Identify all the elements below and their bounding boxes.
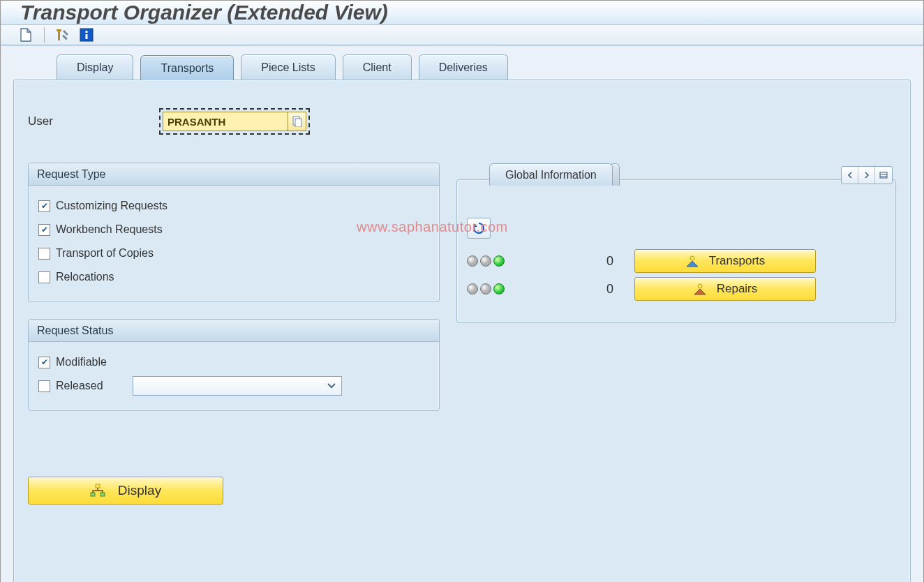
checkbox-label: Relocations xyxy=(56,271,114,283)
tab-label: Transports xyxy=(161,62,214,75)
person-icon xyxy=(693,283,707,295)
global-info-panel: Global Information xyxy=(456,179,896,323)
traffic-light xyxy=(467,255,523,267)
pager-list-button[interactable] xyxy=(875,167,892,184)
user-input[interactable] xyxy=(163,112,288,131)
groupbox-title: Request Type xyxy=(29,163,439,186)
display-button[interactable]: Display xyxy=(28,477,223,505)
tab-pager xyxy=(841,166,893,184)
check-row: Transport of Copies xyxy=(38,241,429,265)
main-tabstrip: Display Transports Piece Lists Client De… xyxy=(57,54,508,80)
new-document-button[interactable] xyxy=(16,25,36,45)
app-window: Transport Organizer (Extended View) xyxy=(0,0,924,582)
checkbox-workbench-requests[interactable]: ✔ xyxy=(38,224,50,236)
light-green-icon xyxy=(493,255,505,267)
svg-rect-1 xyxy=(57,29,61,31)
tab-label: Global Information xyxy=(505,169,597,181)
transports-count: 0 xyxy=(523,254,634,269)
chevron-down-icon xyxy=(327,383,336,389)
light-grey-icon xyxy=(467,255,478,267)
light-grey-icon xyxy=(467,283,478,294)
svg-rect-11 xyxy=(880,172,887,178)
refresh-icon xyxy=(472,221,486,235)
checkbox-modifiable[interactable]: ✔ xyxy=(38,357,50,368)
checkbox-label: Released xyxy=(56,380,103,392)
svg-rect-4 xyxy=(86,31,88,33)
columns: Request Type ✔ Customizing Requests ✔ Wo… xyxy=(28,163,896,505)
chevron-right-icon xyxy=(864,172,870,179)
new-document-icon xyxy=(20,28,32,42)
list-icon xyxy=(879,172,888,179)
title-bar: Transport Organizer (Extended View) xyxy=(1,1,923,25)
svg-rect-7 xyxy=(295,119,301,127)
status-row-transports: 0 Transports xyxy=(467,247,886,275)
left-column: Request Type ✔ Customizing Requests ✔ Wo… xyxy=(28,163,440,505)
check-row: ✔ Customizing Requests xyxy=(38,194,429,218)
display-button-label: Display xyxy=(118,483,161,498)
tab-transports[interactable]: Transports xyxy=(140,55,234,80)
user-f4-button[interactable] xyxy=(288,112,306,131)
tab-piece-lists[interactable]: Piece Lists xyxy=(241,54,335,80)
global-info-tabstrip: Global Information xyxy=(489,163,620,186)
svg-point-14 xyxy=(690,256,694,260)
main-area: www.saphanatutor.com Display Transports … xyxy=(1,45,923,582)
info-icon xyxy=(80,28,94,42)
check-row: Relocations xyxy=(38,265,429,289)
tools-icon xyxy=(56,28,70,42)
user-field-wrap xyxy=(159,108,310,135)
light-grey-icon xyxy=(480,255,491,267)
button-label: Transports xyxy=(709,254,766,268)
toolbar-separator xyxy=(44,27,45,43)
svg-point-15 xyxy=(698,284,702,288)
tab-panel-transports: User Request Type xyxy=(13,80,911,582)
chevron-left-icon xyxy=(847,172,853,179)
search-help-icon xyxy=(292,116,302,127)
groupbox-title: Request Status xyxy=(29,320,439,342)
tab-client[interactable]: Client xyxy=(343,54,412,80)
checkbox-label: Workbench Requests xyxy=(56,223,163,236)
svg-rect-10 xyxy=(100,493,105,496)
tab-label: Deliveries xyxy=(439,61,488,74)
check-row: Released xyxy=(38,374,429,398)
groupbox-request-status: Request Status ✔ Modifiable Released xyxy=(28,319,440,411)
user-label: User xyxy=(28,114,154,128)
info-button[interactable] xyxy=(77,25,96,45)
global-info-body: 0 Transports xyxy=(457,180,895,322)
page-title: Transport Organizer (Extended View) xyxy=(20,1,388,24)
status-row-repairs: 0 Repairs xyxy=(467,275,886,303)
tab-deliveries[interactable]: Deliveries xyxy=(419,54,508,80)
svg-rect-9 xyxy=(91,493,95,496)
check-row: ✔ Modifiable xyxy=(38,350,429,374)
repairs-button[interactable]: Repairs xyxy=(634,277,816,301)
tab-label: Display xyxy=(77,61,113,74)
right-column: Global Information xyxy=(456,163,896,323)
checkbox-transport-of-copies[interactable] xyxy=(38,248,50,260)
refresh-button[interactable] xyxy=(467,218,491,239)
svg-rect-5 xyxy=(86,34,88,39)
transports-button[interactable]: Transports xyxy=(634,249,816,273)
released-select[interactable] xyxy=(133,376,342,396)
checkbox-customizing-requests[interactable]: ✔ xyxy=(38,200,50,212)
tab-global-information[interactable]: Global Information xyxy=(489,163,613,186)
checkbox-released[interactable] xyxy=(38,380,50,392)
groupbox-body: ✔ Customizing Requests ✔ Workbench Reque… xyxy=(29,186,439,301)
tools-button[interactable] xyxy=(53,25,73,45)
checkbox-label: Transport of Copies xyxy=(56,247,154,260)
checkbox-label: Customizing Requests xyxy=(56,200,167,212)
hierarchy-icon xyxy=(90,484,105,498)
tab-label: Client xyxy=(363,61,392,74)
checkbox-relocations[interactable] xyxy=(38,271,50,283)
groupbox-body: ✔ Modifiable Released xyxy=(29,342,439,410)
person-icon xyxy=(685,255,699,267)
traffic-light xyxy=(467,283,523,294)
groupbox-request-type: Request Type ✔ Customizing Requests ✔ Wo… xyxy=(28,163,440,302)
pager-prev-button[interactable] xyxy=(842,167,858,184)
pager-next-button[interactable] xyxy=(858,167,875,184)
tab-display[interactable]: Display xyxy=(57,54,133,80)
button-label: Repairs xyxy=(717,282,758,296)
checkbox-label: Modifiable xyxy=(56,356,107,368)
app-toolbar xyxy=(1,25,923,45)
check-row: ✔ Workbench Requests xyxy=(38,218,429,241)
tab-label: Piece Lists xyxy=(261,61,315,74)
light-grey-icon xyxy=(480,283,491,294)
